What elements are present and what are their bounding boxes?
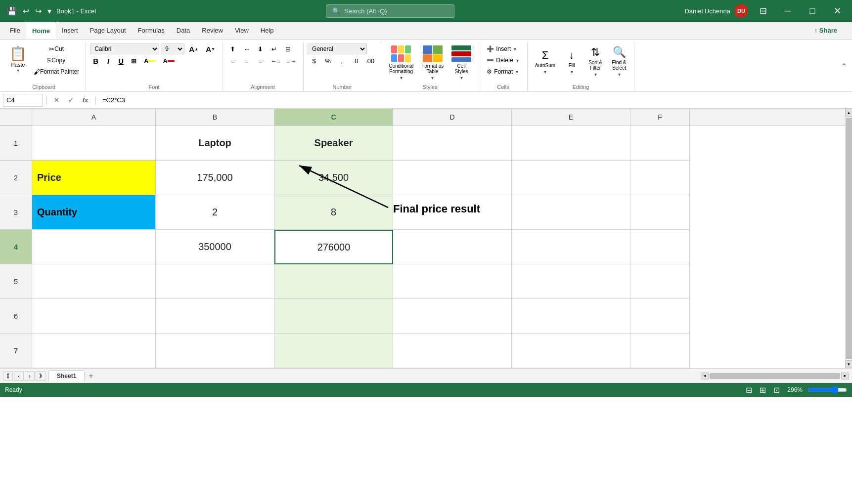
cell-f1[interactable] — [630, 126, 690, 161]
increase-font-button[interactable]: A▲ — [186, 43, 201, 54]
cell-d6[interactable] — [393, 299, 512, 334]
tab-formulas[interactable]: Formulas — [132, 21, 171, 39]
align-right-button[interactable]: ≡ — [254, 55, 267, 66]
cell-styles-dropdown[interactable]: ▾ — [459, 75, 464, 81]
merge-button[interactable]: ⊞ — [282, 43, 295, 54]
cell-c5[interactable] — [274, 264, 393, 299]
wrap-text-button[interactable]: ↵ — [268, 43, 281, 54]
vertical-scrollbar[interactable]: ▲ ▼ — [845, 109, 852, 368]
scroll-right-button[interactable]: ► — [841, 373, 849, 379]
find-select-dropdown[interactable]: ▾ — [617, 72, 622, 77]
cell-b7[interactable] — [156, 334, 274, 368]
cell-e2[interactable] — [512, 161, 630, 195]
undo-button[interactable]: ↩ — [21, 4, 31, 18]
tab-view[interactable]: View — [229, 21, 255, 39]
col-header-c[interactable]: C — [274, 109, 393, 126]
cell-d1[interactable] — [393, 126, 512, 161]
scroll-thumb-h[interactable] — [710, 373, 840, 379]
cancel-formula-button[interactable]: ✕ — [51, 95, 62, 105]
formula-input[interactable] — [99, 94, 849, 107]
row-num-3[interactable]: 3 — [0, 195, 32, 230]
cell-c1[interactable]: Speaker — [274, 126, 393, 161]
row-num-6[interactable]: 6 — [0, 299, 32, 334]
col-header-f[interactable]: F — [630, 109, 690, 126]
search-bar[interactable]: 🔍 — [326, 4, 454, 18]
align-top-button[interactable]: ⬆ — [226, 43, 239, 54]
insert-function-button[interactable]: fx — [80, 95, 91, 105]
share-button[interactable]: ↑ Share — [808, 21, 843, 39]
format-as-table-dropdown[interactable]: ▾ — [430, 75, 435, 81]
cell-b4[interactable]: 350000 — [156, 230, 274, 264]
cell-e7[interactable] — [512, 334, 630, 368]
cell-d2[interactable] — [393, 161, 512, 195]
fill-dropdown[interactable]: ▾ — [570, 69, 574, 75]
page-layout-view-button[interactable]: ⊞ — [757, 384, 768, 396]
col-header-a[interactable]: A — [32, 109, 156, 126]
insert-cells-button[interactable]: ➕ Insert ▾ — [483, 43, 523, 54]
cell-f5[interactable] — [630, 264, 690, 299]
align-left-button[interactable]: ≡ — [226, 55, 239, 66]
fill-color-button[interactable]: A — [141, 55, 158, 66]
cell-f2[interactable] — [630, 161, 690, 195]
format-dropdown[interactable]: ▾ — [515, 69, 519, 75]
cell-f4[interactable] — [630, 230, 690, 264]
col-header-b[interactable]: B — [156, 109, 274, 126]
percent-button[interactable]: % — [321, 55, 334, 66]
sort-filter-dropdown[interactable]: ▾ — [593, 72, 598, 77]
scroll-left-button[interactable]: ◄ — [701, 373, 709, 379]
row-num-7[interactable]: 7 — [0, 334, 32, 368]
scroll-up-button[interactable]: ▲ — [846, 109, 852, 117]
cell-b1[interactable]: Laptop — [156, 126, 274, 161]
minimize-button[interactable]: ─ — [778, 1, 798, 21]
cell-b5[interactable] — [156, 264, 274, 299]
row-num-5[interactable]: 5 — [0, 264, 32, 299]
decrease-font-button[interactable]: A▼ — [203, 43, 218, 54]
tab-insert[interactable]: Insert — [56, 21, 84, 39]
increase-decimal-button[interactable]: .00 — [363, 55, 377, 66]
cell-e1[interactable] — [512, 126, 630, 161]
cell-e6[interactable] — [512, 299, 630, 334]
format-as-table-button[interactable]: Format asTable ▾ — [418, 43, 447, 83]
conditional-formatting-dropdown[interactable]: ▾ — [399, 75, 404, 81]
cut-button[interactable]: ✂ Cut — [31, 43, 82, 54]
delete-cells-button[interactable]: ➖ Delete ▾ — [483, 55, 523, 66]
cell-a2[interactable]: Price — [32, 161, 156, 195]
cell-d3[interactable] — [393, 195, 512, 230]
decrease-indent-button[interactable]: ←≡ — [268, 55, 283, 66]
col-header-e[interactable]: E — [512, 109, 630, 126]
cell-d4[interactable]: Final price result — [393, 230, 512, 264]
row-num-2[interactable]: 2 — [0, 161, 32, 195]
align-center-button[interactable]: ≡ — [240, 55, 253, 66]
tab-page-layout[interactable]: Page Layout — [84, 21, 132, 39]
cell-e4[interactable] — [512, 230, 630, 264]
cell-c4[interactable]: 276000 — [274, 230, 393, 264]
redo-button[interactable]: ↪ — [33, 4, 44, 18]
cell-c7[interactable] — [274, 334, 393, 368]
zoom-slider[interactable] — [807, 386, 847, 394]
cell-c3[interactable]: 8 — [274, 195, 393, 230]
add-sheet-button[interactable]: + — [85, 370, 97, 382]
cell-styles-button[interactable]: CellStyles ▾ — [448, 43, 475, 83]
delete-dropdown[interactable]: ▾ — [515, 58, 520, 63]
cell-a1[interactable] — [32, 126, 156, 161]
row-num-1[interactable]: 1 — [0, 126, 32, 161]
ribbon-collapse-button[interactable]: ⊟ — [753, 1, 773, 21]
underline-button[interactable]: U — [115, 55, 127, 66]
col-header-d[interactable]: D — [393, 109, 512, 126]
cell-b6[interactable] — [156, 299, 274, 334]
cell-f3[interactable] — [630, 195, 690, 230]
paste-button[interactable]: 📋 Paste ▾ — [6, 43, 30, 77]
align-middle-button[interactable]: ↔ — [240, 43, 253, 54]
maximize-button[interactable]: □ — [803, 1, 822, 21]
tab-data[interactable]: Data — [171, 21, 196, 39]
find-select-button[interactable]: 🔍 Find &Select ▾ — [608, 43, 630, 80]
tab-file[interactable]: File — [4, 21, 26, 39]
prev-sheet-button[interactable]: ‹ — [14, 371, 24, 381]
autosum-button[interactable]: Σ AutoSum ▾ — [532, 43, 559, 80]
user-avatar[interactable]: DU — [734, 4, 748, 18]
copy-button[interactable]: ⎘ Copy — [31, 55, 82, 66]
sheet-tab-sheet1[interactable]: Sheet1 — [48, 370, 85, 381]
customize-button[interactable]: ▾ — [45, 4, 53, 18]
conditional-formatting-button[interactable]: ConditionalFormatting ▾ — [385, 43, 417, 83]
confirm-formula-button[interactable]: ✓ — [65, 95, 77, 105]
